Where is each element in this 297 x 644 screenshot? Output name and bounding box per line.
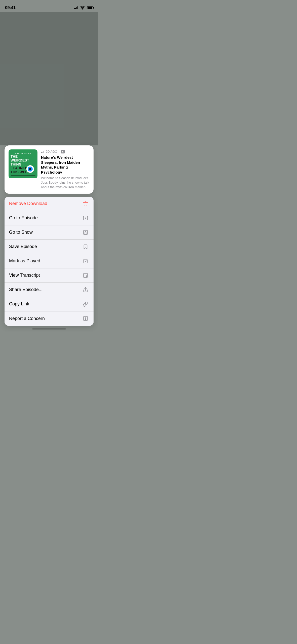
- episode-signal-icon: [41, 151, 44, 153]
- podcast-artwork: POPULAR SCIENCE THE WEIRDEST THING I LEA…: [9, 149, 37, 178]
- artwork-brand: POPULAR SCIENCE: [15, 153, 31, 154]
- signal-icon: [74, 6, 78, 9]
- svg-point-5: [85, 231, 86, 233]
- episode-info: 2D AGO · E Nature's Weirdest Sleepers, I…: [41, 149, 90, 190]
- menu-item-label-go-to-episode: Go to Episode: [9, 215, 38, 221]
- episode-card: POPULAR SCIENCE THE WEIRDEST THING I LEA…: [5, 145, 94, 194]
- menu-item-save-episode[interactable]: Save Episode: [5, 240, 94, 254]
- info-icon: [82, 215, 89, 222]
- bookmark-icon: [82, 243, 89, 250]
- episode-title: Nature's Weirdest Sleepers, Iron Maiden …: [41, 155, 90, 175]
- menu-item-label-mark-as-played: Mark as Played: [9, 258, 40, 264]
- menu-item-remove-download[interactable]: Remove Download: [5, 197, 94, 211]
- artwork-title-line2: WEIRDEST: [11, 158, 29, 162]
- home-indicator: [0, 326, 98, 332]
- link-icon: [82, 301, 89, 308]
- svg-point-0: [82, 9, 83, 10]
- artwork-title-line3: THING I: [11, 163, 23, 166]
- svg-rect-4: [83, 230, 88, 234]
- context-menu: Remove Download Go to Episode Go to Show: [5, 197, 94, 326]
- battery-icon: [87, 6, 93, 9]
- menu-item-share-episode[interactable]: Share Episode...: [5, 283, 94, 297]
- menu-item-label-share-episode: Share Episode...: [9, 287, 43, 292]
- exclamation-icon: [82, 315, 89, 322]
- episode-meta: 2D AGO · E: [41, 150, 90, 153]
- artwork-title-line1: THE: [11, 155, 18, 158]
- home-bar: [32, 328, 66, 330]
- menu-item-label-remove-download: Remove Download: [9, 201, 47, 206]
- artwork-progress-bar: [11, 175, 35, 176]
- menu-item-go-to-show[interactable]: Go to Show: [5, 225, 94, 240]
- episode-age: 2D AGO: [46, 150, 57, 153]
- menu-item-label-go-to-show: Go to Show: [9, 230, 33, 235]
- menu-item-label-copy-link: Copy Link: [9, 301, 29, 307]
- svg-rect-7: [83, 273, 88, 277]
- wifi-icon: [80, 5, 85, 11]
- menu-item-label-save-episode: Save Episode: [9, 244, 37, 249]
- explicit-badge: E: [61, 150, 65, 153]
- episode-description: Welcome to Season 8! Producer Jess Boddy…: [41, 176, 90, 190]
- menu-item-mark-as-played[interactable]: Mark as Played: [5, 254, 94, 268]
- share-icon: [82, 286, 89, 293]
- menu-item-view-transcript[interactable]: View Transcript: [5, 268, 94, 283]
- background-overlay: [0, 12, 98, 145]
- svg-point-12: [85, 319, 86, 319]
- menu-item-go-to-episode[interactable]: Go to Episode: [5, 211, 94, 225]
- status-time: 09:41: [5, 5, 16, 10]
- status-icons: [74, 5, 93, 11]
- menu-item-label-report-concern: Report a Concern: [9, 316, 45, 321]
- status-bar: 09:41: [0, 0, 98, 12]
- transcript-icon: [82, 272, 89, 279]
- menu-item-copy-link[interactable]: Copy Link: [5, 297, 94, 311]
- trash-icon: [82, 200, 89, 207]
- menu-item-report-concern[interactable]: Report a Concern: [5, 311, 94, 326]
- menu-item-label-view-transcript: View Transcript: [9, 273, 40, 278]
- dot-separator: ·: [59, 150, 60, 153]
- podcast-icon: [82, 229, 89, 236]
- check-square-icon: [82, 258, 89, 265]
- artwork-title-line4: LEARNED: [11, 166, 28, 170]
- artwork-eye: [26, 165, 34, 173]
